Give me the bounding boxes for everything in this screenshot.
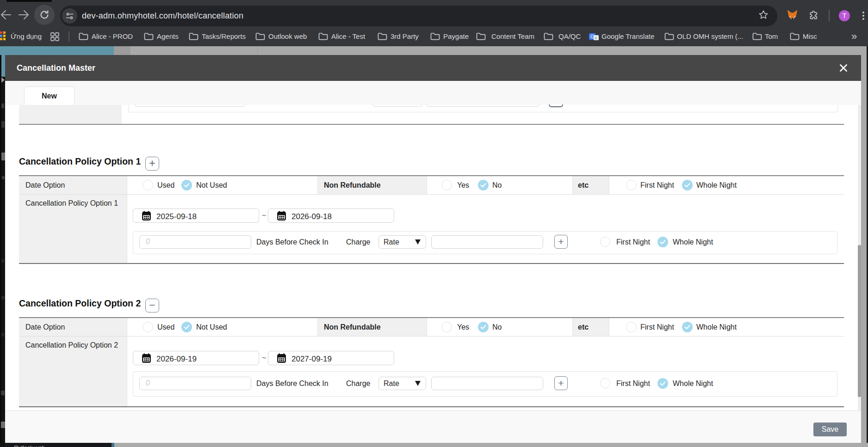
svg-text:x: x	[595, 36, 597, 40]
